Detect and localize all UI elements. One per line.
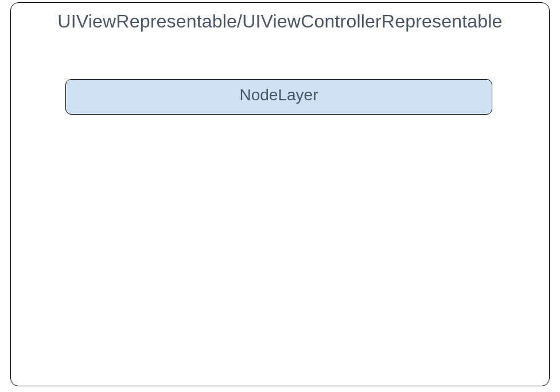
node-layer-box: NodeLayer (65, 79, 492, 115)
container-title: UIViewRepresentable/UIViewControllerRepr… (11, 11, 549, 32)
node-layer-label: NodeLayer (240, 86, 318, 104)
representable-container: UIViewRepresentable/UIViewControllerRepr… (10, 2, 550, 386)
